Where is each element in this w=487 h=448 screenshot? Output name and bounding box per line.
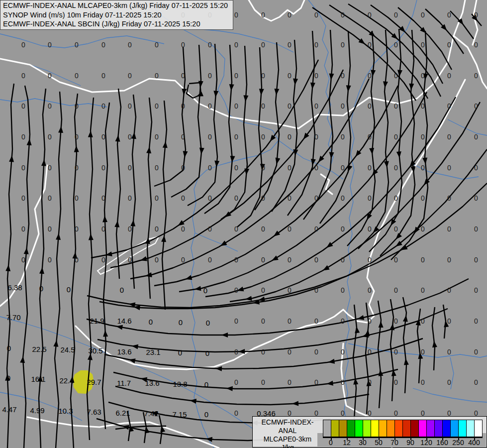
station-value: 0 xyxy=(204,410,208,419)
grid-value-label: 0 xyxy=(314,164,318,172)
grid-value-label: 0 xyxy=(208,256,212,264)
grid-value-label: 0 xyxy=(155,194,159,202)
grid-value-label: 0 xyxy=(21,194,25,202)
grid-value-label: 0 xyxy=(341,11,345,19)
grid-value-label: 0 xyxy=(421,164,425,172)
grid-value-label: 0 xyxy=(314,225,318,233)
grid-value-label: 0 xyxy=(368,11,372,19)
grid-value-label: 0 xyxy=(101,102,105,110)
colorbar-swatch xyxy=(379,420,387,437)
station-value: 11.7 xyxy=(117,379,131,387)
grid-value-label: 0 xyxy=(261,41,265,49)
grid-value-label: 0 xyxy=(341,164,345,172)
grid-value-label: 0 xyxy=(474,378,478,386)
grid-value-label: 0 xyxy=(261,72,265,80)
grid-value-label: 0 xyxy=(474,11,478,19)
grid-value-label: 0 xyxy=(421,41,425,49)
grid-value-label: 0 xyxy=(314,348,318,356)
grid-value-label: 0 xyxy=(394,286,398,294)
colorbar-tick-label: 120 xyxy=(420,439,432,447)
grid-value-label: 0 xyxy=(288,164,292,172)
grid-value-label: 0 xyxy=(181,133,185,141)
grid-value-label: 0 xyxy=(447,256,451,264)
colorbar-swatch xyxy=(395,420,403,437)
grid-value-label: 0 xyxy=(21,102,25,110)
grid-value-label: 0 xyxy=(101,41,105,49)
station-value: 7.70 xyxy=(6,313,20,322)
station-value: 0 xyxy=(7,344,11,352)
grid-value-label: 0 xyxy=(155,72,159,80)
colorbar-swatch xyxy=(371,420,379,437)
map-canvas: 0000000000000000000000000000000000000000… xyxy=(0,0,487,448)
station-value: 0 xyxy=(204,380,208,389)
grid-value-label: 0 xyxy=(421,194,425,202)
colorbar-tick-label: 160 xyxy=(436,439,448,447)
grid-value-label: 0 xyxy=(181,164,185,172)
grid-value-label: 0 xyxy=(181,256,185,264)
grid-value-label: 0 xyxy=(181,102,185,110)
colorbar-swatch xyxy=(403,420,411,437)
grid-value-label: 0 xyxy=(101,133,105,141)
grid-value-label: 0 xyxy=(181,72,185,80)
grid-value-label: 0 xyxy=(234,317,238,325)
grid-value-label: 0 xyxy=(75,133,79,141)
grid-value-label: 0 xyxy=(447,41,451,49)
grid-value-label: 0 xyxy=(341,256,345,264)
station-value: 24.5 xyxy=(60,345,75,354)
grid-value-label: 0 xyxy=(368,164,372,172)
grid-value-label: 0 xyxy=(447,378,451,386)
grid-value-label: 0 xyxy=(421,378,425,386)
colorbar-swatch xyxy=(331,420,339,437)
station-value: 0 xyxy=(39,284,43,293)
grid-value-label: 0 xyxy=(394,164,398,172)
grid-value-label: 0 xyxy=(341,194,345,202)
grid-value-label: 0 xyxy=(101,164,105,172)
station-value: 22.5 xyxy=(32,345,46,353)
colorbar-swatch xyxy=(435,420,443,437)
grid-value-label: 0 xyxy=(394,378,398,386)
station-value: 7.63 xyxy=(87,408,101,416)
grid-value-label: 0 xyxy=(48,72,52,80)
grid-value-label: 0 xyxy=(155,164,159,172)
grid-value-label: 0 xyxy=(314,317,318,325)
map-title-overlay: ECMWF-INDEX-ANAL MLCAPE0-3km (J/kg) Frid… xyxy=(0,0,233,30)
station-value: 10.3 xyxy=(58,407,73,415)
grid-value-label: 0 xyxy=(234,133,238,141)
colorbar-swatch xyxy=(443,420,451,437)
title-line-sbcin: ECMWF-INDEX-ANAL SBCIN (J/kg) Friday 07-… xyxy=(3,19,230,29)
grid-value-label: 0 xyxy=(48,102,52,110)
grid-value-label: 0 xyxy=(394,256,398,264)
station-value: 29.7 xyxy=(87,378,101,386)
grid-value-label: 0 xyxy=(208,225,212,233)
grid-value-label: 0 xyxy=(128,41,132,49)
grid-value-label: 0 xyxy=(21,41,25,49)
grid-value-label: 0 xyxy=(128,225,132,233)
grid-value-label: 0 xyxy=(288,194,292,202)
grid-value-label: 0 xyxy=(314,72,318,80)
grid-value-label: 0 xyxy=(128,72,132,80)
station-value: 7.42 xyxy=(144,409,158,418)
grid-value-label: 0 xyxy=(341,286,345,294)
station-value: 0 xyxy=(149,318,153,326)
grid-value-label: 0 xyxy=(48,256,52,264)
grid-value-label: 0 xyxy=(394,194,398,202)
grid-value-label: 0 xyxy=(314,41,318,49)
grid-value-label: 0 xyxy=(75,194,79,202)
grid-value-label: 0 xyxy=(208,41,212,49)
colorbar-swatch xyxy=(451,420,459,437)
grid-value-label: 0 xyxy=(155,256,159,264)
grid-value-label: 0 xyxy=(447,225,451,233)
colorbar-tick-label: 50 xyxy=(375,439,383,447)
colorbar xyxy=(323,420,483,438)
grid-value-label: 0 xyxy=(368,133,372,141)
grid-value-label: 0 xyxy=(368,194,372,202)
grid-value-label: 0 xyxy=(48,194,52,202)
grid-value-label: 0 xyxy=(368,348,372,356)
grid-value-label: 0 xyxy=(447,72,451,80)
station-value: 30.5 xyxy=(88,346,102,355)
colorbar-tick-label: 400 xyxy=(468,439,480,447)
grid-value-label: 0 xyxy=(21,133,25,141)
station-value: 0 xyxy=(6,374,10,382)
grid-value-label: 0 xyxy=(261,256,265,264)
grid-value-label: 0 xyxy=(394,348,398,356)
